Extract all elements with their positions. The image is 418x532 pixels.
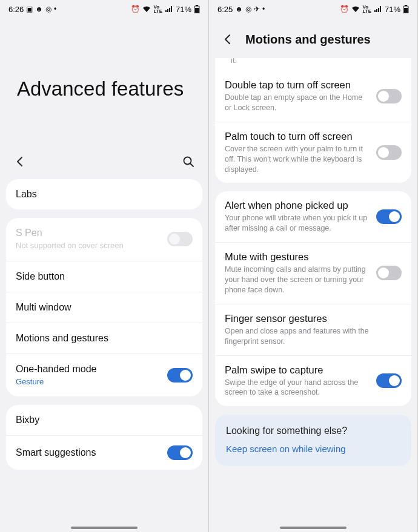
toggle-palm-swipe[interactable] <box>376 373 402 388</box>
page-header: Motions and gestures <box>209 17 417 58</box>
row-title: Labs <box>16 189 193 200</box>
row-labs[interactable]: Labs <box>6 179 202 209</box>
row-smart-suggestions[interactable]: Smart suggestions <box>6 436 202 470</box>
person-icon: ☻ <box>235 5 243 13</box>
row-title: Double tap to turn off screen <box>225 79 370 91</box>
alarm-icon: ⏰ <box>340 5 349 13</box>
status-battery-text: 71% <box>176 5 191 14</box>
row-subtitle: Swipe the edge of your hand across the s… <box>225 378 370 398</box>
suggestion-link[interactable]: Keep screen on while viewing <box>226 444 400 454</box>
row-palm-swipe[interactable]: Palm swipe to capture Swipe the edge of … <box>215 356 411 407</box>
page-title: Advanced features <box>17 77 191 100</box>
search-button[interactable] <box>181 154 196 169</box>
settings-group: Labs <box>6 179 202 209</box>
row-title: Smart suggestions <box>16 447 161 458</box>
person-icon: ☻ <box>35 5 43 13</box>
row-title: Finger sensor gestures <box>225 313 402 324</box>
circles-icon: ◎ <box>245 5 251 13</box>
page-header: Advanced features <box>0 17 208 149</box>
screenshot-motions-gestures: 6:25 ☻ ◎ ✈ • ⏰ Vo LTE 71% Motions and ge… <box>209 0 418 532</box>
screenshot-advanced-features: 6:26 ▣ ☻ ◎ • ⏰ Vo LTE 71% Advanced featu… <box>0 0 209 532</box>
svg-rect-6 <box>404 8 408 13</box>
row-title: Palm swipe to capture <box>225 364 370 376</box>
dot-icon: • <box>262 5 265 13</box>
settings-group: S Pen Not supported on cover screen Side… <box>6 218 202 396</box>
row-title: Multi window <box>16 302 193 313</box>
battery-icon <box>194 5 200 13</box>
status-time: 6:25 <box>217 5 233 14</box>
signal-icon <box>374 5 382 13</box>
battery-icon <box>403 5 409 13</box>
toggle-palm-touch-off[interactable] <box>376 145 402 160</box>
row-title: Alert when phone picked up <box>225 200 370 211</box>
row-subtitle: Gesture <box>16 376 161 387</box>
wifi-icon <box>142 5 151 13</box>
row-subtitle-partial: it. <box>215 58 411 71</box>
status-bar: 6:25 ☻ ◎ ✈ • ⏰ Vo LTE 71% <box>209 0 417 17</box>
row-side-button[interactable]: Side button <box>6 261 202 292</box>
svg-rect-2 <box>195 8 199 13</box>
settings-group: Alert when phone picked up Your phone wi… <box>215 191 411 406</box>
toggle-alert-pickup[interactable] <box>376 209 402 224</box>
row-title: Side button <box>16 271 193 282</box>
row-palm-touch-off[interactable]: Palm touch to turn off screen Cover the … <box>215 122 411 183</box>
back-button[interactable] <box>220 31 236 47</box>
row-motions-gestures[interactable]: Motions and gestures <box>6 323 202 354</box>
row-title: Bixby <box>16 415 193 425</box>
volte-icon: Vo LTE <box>153 5 162 13</box>
toggle-double-tap-off[interactable] <box>376 89 402 103</box>
row-spen: S Pen Not supported on cover screen <box>6 218 202 261</box>
dot-icon: • <box>54 5 56 13</box>
status-battery-text: 71% <box>385 5 400 14</box>
row-subtitle: Double tap an empty space on the Home or… <box>225 93 370 113</box>
toggle-mute-gestures[interactable] <box>376 266 402 280</box>
volte-icon: Vo LTE <box>362 5 371 13</box>
row-title: S Pen <box>16 228 161 238</box>
status-bar: 6:26 ▣ ☻ ◎ • ⏰ Vo LTE 71% <box>0 0 208 17</box>
row-multi-window[interactable]: Multi window <box>6 292 202 323</box>
toolbar <box>0 149 208 179</box>
back-button[interactable] <box>12 154 28 169</box>
suggestion-question: Looking for something else? <box>226 425 400 436</box>
settings-group: Bixby Smart suggestions <box>6 405 202 470</box>
row-title: One-handed mode <box>16 364 161 375</box>
wifi-icon <box>351 5 360 13</box>
row-subtitle: Not supported on cover screen <box>16 240 161 251</box>
row-subtitle: Open and close apps and features with th… <box>225 326 402 347</box>
settings-group-partial: it. Double tap to turn off screen Double… <box>215 58 411 183</box>
row-title: Palm touch to turn off screen <box>225 131 370 142</box>
circles-icon: ◎ <box>45 5 51 13</box>
status-time: 6:26 <box>8 5 24 14</box>
row-bixby[interactable]: Bixby <box>6 405 202 436</box>
row-subtitle: Cover the screen with your palm to turn … <box>225 144 370 175</box>
row-subtitle: Mute incoming calls and alarms by puttin… <box>225 264 370 295</box>
row-subtitle: Your phone will vibrate when you pick it… <box>225 213 370 234</box>
row-alert-pickup[interactable]: Alert when phone picked up Your phone wi… <box>215 191 411 243</box>
row-finger-sensor[interactable]: Finger sensor gestures Open and close ap… <box>215 304 411 356</box>
page-title: Motions and gestures <box>245 33 371 47</box>
alarm-icon: ⏰ <box>131 5 140 13</box>
signal-icon <box>165 5 173 13</box>
toggle-smart-suggestions[interactable] <box>167 445 193 460</box>
row-title: Mute with gestures <box>225 251 370 263</box>
row-mute-gestures[interactable]: Mute with gestures Mute incoming calls a… <box>215 243 411 304</box>
home-indicator[interactable] <box>71 527 138 529</box>
row-title: Motions and gestures <box>16 333 193 344</box>
row-double-tap-off[interactable]: Double tap to turn off screen Double tap… <box>215 71 411 122</box>
toggle-one-handed[interactable] <box>167 368 193 383</box>
suggestion-card: Looking for something else? Keep screen … <box>215 415 411 466</box>
toggle-spen <box>167 232 193 246</box>
image-icon: ▣ <box>26 5 33 13</box>
home-indicator[interactable] <box>280 527 347 529</box>
row-one-handed[interactable]: One-handed mode Gesture <box>6 354 202 397</box>
send-icon: ✈ <box>254 5 260 13</box>
